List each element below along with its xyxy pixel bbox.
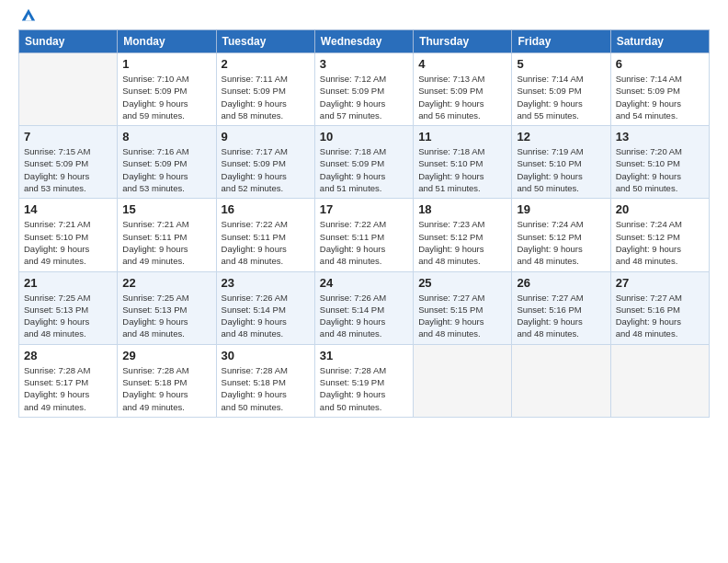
day-info: Sunrise: 7:14 AM Sunset: 5:09 PM Dayligh… xyxy=(517,73,605,121)
day-number: 30 xyxy=(222,349,310,362)
day-cell: 4Sunrise: 7:13 AM Sunset: 5:09 PM Daylig… xyxy=(414,53,512,126)
day-info: Sunrise: 7:26 AM Sunset: 5:14 PM Dayligh… xyxy=(222,292,310,340)
day-cell: 31Sunrise: 7:28 AM Sunset: 5:19 PM Dayli… xyxy=(314,344,413,417)
day-info: Sunrise: 7:27 AM Sunset: 5:15 PM Dayligh… xyxy=(418,292,506,340)
day-cell xyxy=(512,344,610,417)
day-cell: 20Sunrise: 7:24 AM Sunset: 5:12 PM Dayli… xyxy=(610,199,709,271)
week-row-1: 1Sunrise: 7:10 AM Sunset: 5:09 PM Daylig… xyxy=(19,53,710,126)
day-number: 28 xyxy=(24,349,112,362)
day-info: Sunrise: 7:24 AM Sunset: 5:12 PM Dayligh… xyxy=(616,218,704,267)
day-number: 11 xyxy=(418,130,506,144)
day-cell: 12Sunrise: 7:19 AM Sunset: 5:10 PM Dayli… xyxy=(512,126,610,199)
calendar: SundayMondayTuesdayWednesdayThursdayFrid… xyxy=(18,29,710,418)
day-cell: 27Sunrise: 7:27 AM Sunset: 5:16 PM Dayli… xyxy=(610,271,709,344)
day-cell: 7Sunrise: 7:15 AM Sunset: 5:09 PM Daylig… xyxy=(19,126,118,199)
day-info: Sunrise: 7:22 AM Sunset: 5:11 PM Dayligh… xyxy=(222,218,310,267)
day-number: 23 xyxy=(222,276,310,290)
day-cell: 9Sunrise: 7:17 AM Sunset: 5:09 PM Daylig… xyxy=(216,126,314,199)
day-cell: 26Sunrise: 7:27 AM Sunset: 5:16 PM Dayli… xyxy=(512,271,610,344)
day-cell: 1Sunrise: 7:10 AM Sunset: 5:09 PM Daylig… xyxy=(118,53,216,126)
day-number: 31 xyxy=(320,349,408,362)
column-header-friday: Friday xyxy=(512,30,610,53)
day-cell: 22Sunrise: 7:25 AM Sunset: 5:13 PM Dayli… xyxy=(118,271,216,344)
day-info: Sunrise: 7:22 AM Sunset: 5:11 PM Dayligh… xyxy=(320,218,408,267)
day-info: Sunrise: 7:21 AM Sunset: 5:10 PM Dayligh… xyxy=(24,218,112,267)
day-info: Sunrise: 7:16 AM Sunset: 5:09 PM Dayligh… xyxy=(122,145,210,194)
day-cell: 5Sunrise: 7:14 AM Sunset: 5:09 PM Daylig… xyxy=(512,53,610,126)
day-cell: 3Sunrise: 7:12 AM Sunset: 5:09 PM Daylig… xyxy=(314,53,413,126)
week-row-4: 21Sunrise: 7:25 AM Sunset: 5:13 PM Dayli… xyxy=(19,271,710,344)
day-cell: 23Sunrise: 7:26 AM Sunset: 5:14 PM Dayli… xyxy=(216,271,314,344)
day-cell: 2Sunrise: 7:11 AM Sunset: 5:09 PM Daylig… xyxy=(216,53,314,126)
day-info: Sunrise: 7:28 AM Sunset: 5:18 PM Dayligh… xyxy=(122,364,210,413)
day-number: 6 xyxy=(616,57,704,71)
day-info: Sunrise: 7:18 AM Sunset: 5:10 PM Dayligh… xyxy=(418,145,506,194)
week-row-5: 28Sunrise: 7:28 AM Sunset: 5:17 PM Dayli… xyxy=(19,344,710,417)
day-info: Sunrise: 7:18 AM Sunset: 5:09 PM Dayligh… xyxy=(320,145,408,194)
day-cell: 19Sunrise: 7:24 AM Sunset: 5:12 PM Dayli… xyxy=(512,199,610,271)
day-cell: 14Sunrise: 7:21 AM Sunset: 5:10 PM Dayli… xyxy=(19,199,118,271)
column-header-thursday: Thursday xyxy=(414,30,512,53)
header xyxy=(18,15,710,24)
day-number: 17 xyxy=(320,202,408,216)
day-info: Sunrise: 7:14 AM Sunset: 5:09 PM Dayligh… xyxy=(616,73,704,121)
day-info: Sunrise: 7:27 AM Sunset: 5:16 PM Dayligh… xyxy=(616,292,704,340)
day-info: Sunrise: 7:17 AM Sunset: 5:09 PM Dayligh… xyxy=(222,145,310,194)
column-header-sunday: Sunday xyxy=(19,30,118,53)
day-cell: 24Sunrise: 7:26 AM Sunset: 5:14 PM Dayli… xyxy=(314,271,413,344)
day-cell: 28Sunrise: 7:28 AM Sunset: 5:17 PM Dayli… xyxy=(19,344,118,417)
day-number: 5 xyxy=(517,57,605,71)
day-number: 1 xyxy=(122,57,210,71)
day-number: 15 xyxy=(122,202,210,216)
column-header-saturday: Saturday xyxy=(610,30,709,53)
day-cell: 30Sunrise: 7:28 AM Sunset: 5:18 PM Dayli… xyxy=(216,344,314,417)
day-number: 19 xyxy=(517,202,605,216)
column-header-tuesday: Tuesday xyxy=(216,30,314,53)
day-cell: 29Sunrise: 7:28 AM Sunset: 5:18 PM Dayli… xyxy=(118,344,216,417)
day-info: Sunrise: 7:15 AM Sunset: 5:09 PM Dayligh… xyxy=(24,145,112,194)
week-row-2: 7Sunrise: 7:15 AM Sunset: 5:09 PM Daylig… xyxy=(19,126,710,199)
day-cell: 15Sunrise: 7:21 AM Sunset: 5:11 PM Dayli… xyxy=(118,199,216,271)
day-info: Sunrise: 7:28 AM Sunset: 5:17 PM Dayligh… xyxy=(24,364,112,413)
day-number: 9 xyxy=(222,130,310,144)
day-cell xyxy=(19,53,118,126)
page: SundayMondayTuesdayWednesdayThursdayFrid… xyxy=(0,0,728,563)
day-cell: 10Sunrise: 7:18 AM Sunset: 5:09 PM Dayli… xyxy=(314,126,413,199)
day-cell xyxy=(414,344,512,417)
day-cell: 21Sunrise: 7:25 AM Sunset: 5:13 PM Dayli… xyxy=(19,271,118,344)
day-info: Sunrise: 7:24 AM Sunset: 5:12 PM Dayligh… xyxy=(517,218,605,267)
day-info: Sunrise: 7:28 AM Sunset: 5:19 PM Dayligh… xyxy=(320,364,408,413)
day-info: Sunrise: 7:13 AM Sunset: 5:09 PM Dayligh… xyxy=(418,73,506,121)
day-info: Sunrise: 7:28 AM Sunset: 5:18 PM Dayligh… xyxy=(222,364,310,413)
day-number: 7 xyxy=(24,130,112,144)
day-number: 21 xyxy=(24,276,112,290)
day-number: 24 xyxy=(320,276,408,290)
day-cell: 6Sunrise: 7:14 AM Sunset: 5:09 PM Daylig… xyxy=(610,53,709,126)
day-cell: 13Sunrise: 7:20 AM Sunset: 5:10 PM Dayli… xyxy=(610,126,709,199)
day-number: 4 xyxy=(418,57,506,71)
day-cell: 18Sunrise: 7:23 AM Sunset: 5:12 PM Dayli… xyxy=(414,199,512,271)
day-number: 13 xyxy=(616,130,704,144)
day-cell: 17Sunrise: 7:22 AM Sunset: 5:11 PM Dayli… xyxy=(314,199,413,271)
column-header-wednesday: Wednesday xyxy=(314,30,413,53)
day-info: Sunrise: 7:11 AM Sunset: 5:09 PM Dayligh… xyxy=(222,73,310,121)
day-number: 14 xyxy=(24,202,112,216)
day-number: 29 xyxy=(122,349,210,362)
week-row-3: 14Sunrise: 7:21 AM Sunset: 5:10 PM Dayli… xyxy=(19,199,710,271)
day-info: Sunrise: 7:25 AM Sunset: 5:13 PM Dayligh… xyxy=(122,292,210,340)
logo xyxy=(18,15,37,24)
column-header-monday: Monday xyxy=(118,30,216,53)
day-info: Sunrise: 7:26 AM Sunset: 5:14 PM Dayligh… xyxy=(320,292,408,340)
day-number: 16 xyxy=(222,202,310,216)
day-info: Sunrise: 7:25 AM Sunset: 5:13 PM Dayligh… xyxy=(24,292,112,340)
day-number: 2 xyxy=(222,57,310,71)
day-number: 26 xyxy=(517,276,605,290)
day-number: 20 xyxy=(616,202,704,216)
day-number: 22 xyxy=(122,276,210,290)
day-cell: 16Sunrise: 7:22 AM Sunset: 5:11 PM Dayli… xyxy=(216,199,314,271)
day-info: Sunrise: 7:21 AM Sunset: 5:11 PM Dayligh… xyxy=(122,218,210,267)
day-number: 8 xyxy=(122,130,210,144)
day-info: Sunrise: 7:10 AM Sunset: 5:09 PM Dayligh… xyxy=(122,73,210,121)
day-number: 18 xyxy=(418,202,506,216)
day-info: Sunrise: 7:27 AM Sunset: 5:16 PM Dayligh… xyxy=(517,292,605,340)
